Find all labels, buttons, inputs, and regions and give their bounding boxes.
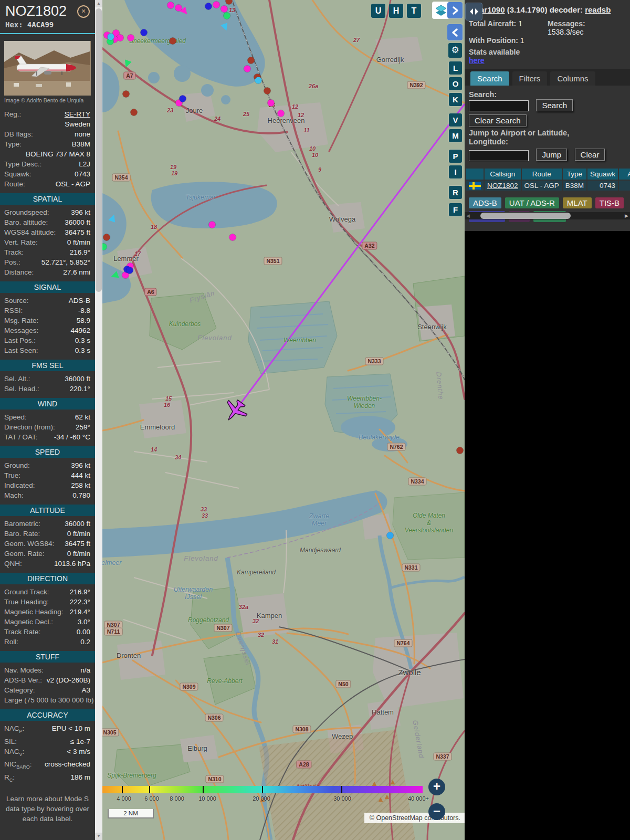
detail-row-value: 396 kt xyxy=(71,207,90,217)
scroll-left-icon[interactable]: ◀ xyxy=(466,212,470,219)
map-button-r[interactable]: R xyxy=(449,186,462,199)
search-input[interactable] xyxy=(469,100,529,111)
aircraft-marker[interactable] xyxy=(221,6,228,13)
aircraft-marker[interactable] xyxy=(457,447,464,454)
close-icon[interactable]: × xyxy=(77,5,90,18)
aircraft-marker[interactable] xyxy=(117,35,124,41)
row-alt: 36000 xyxy=(619,181,630,191)
aircraft-marker[interactable] xyxy=(268,100,275,107)
detail-row-value: ≤ 1e-7 xyxy=(70,737,90,747)
map-button-k[interactable]: K xyxy=(449,93,462,106)
panel-scrollbar-thumb[interactable] xyxy=(480,213,571,219)
detail-row-label: Magnetic Decl.: xyxy=(4,617,53,627)
badge-ads-b[interactable]: ADS-B xyxy=(469,197,501,208)
alt-column-header[interactable]: Alt. (ft) xyxy=(619,169,630,180)
aircraft-marker[interactable] xyxy=(244,66,251,72)
detail-row-label: Indicated: xyxy=(4,480,35,490)
squawk-column-header[interactable]: Squawk xyxy=(587,169,618,180)
aircraft-marker[interactable] xyxy=(209,222,216,228)
road-exit-number: 19 xyxy=(170,164,176,170)
aircraft-marker[interactable] xyxy=(127,267,133,274)
registration-link[interactable]: SE-RTY xyxy=(65,109,90,119)
road-shield: N392 xyxy=(407,81,425,89)
aircraft-marker[interactable] xyxy=(248,57,255,64)
aircraft-marker[interactable] xyxy=(387,532,394,539)
info-row: Type:B38M xyxy=(0,139,95,149)
jump-button[interactable]: Jump xyxy=(536,149,567,161)
aircraft-marker[interactable] xyxy=(123,91,130,98)
info-row: Route:OSL - AGP xyxy=(0,179,95,189)
map-button-h[interactable]: H xyxy=(389,4,403,18)
aircraft-marker[interactable] xyxy=(213,2,220,8)
scroll-down-icon[interactable]: ▼ xyxy=(95,833,102,840)
table-row[interactable]: NOZ1802 OSL - AGP B38M 0743 36000 xyxy=(466,181,630,191)
badge-uat-ads-r[interactable]: UAT / ADS-R xyxy=(505,197,559,208)
sidebar-scrollbar[interactable]: ▲ ▼ xyxy=(95,0,102,840)
photo-credit: Image © Adolfo Bento de Urquía xyxy=(0,97,95,104)
map-button-o[interactable]: O xyxy=(449,77,462,90)
aircraft-marker[interactable] xyxy=(131,109,138,116)
map[interactable]: GorredijkJoureHeerenveenWolvegaSteenwijk… xyxy=(102,0,465,840)
aircraft-photo[interactable] xyxy=(4,41,91,96)
scroll-right-icon[interactable]: ▶ xyxy=(625,212,628,219)
aircraft-marker[interactable] xyxy=(224,13,230,19)
detail-row: Sel. Head.:220.1° xyxy=(0,384,95,394)
jump-input[interactable] xyxy=(469,150,529,161)
scroll-up-icon[interactable]: ▲ xyxy=(95,0,102,7)
aircraft-marker[interactable] xyxy=(278,110,285,117)
detail-row-label: SIL: xyxy=(4,737,17,747)
map-button-t[interactable]: T xyxy=(407,4,421,18)
clear-search-button[interactable]: Clear Search xyxy=(469,114,527,127)
aircraft-marker[interactable] xyxy=(141,29,148,36)
stats-here-link[interactable]: here xyxy=(469,56,485,65)
detail-row-label: RC: xyxy=(4,772,15,785)
jump-clear-button[interactable]: Clear xyxy=(575,149,605,161)
aircraft-marker[interactable] xyxy=(229,234,236,241)
map-button-f[interactable]: F xyxy=(449,203,462,216)
chevron-left-button[interactable] xyxy=(447,24,463,40)
flag-column-header[interactable] xyxy=(466,169,484,180)
aircraft-marker[interactable] xyxy=(205,3,212,10)
decoder-link[interactable]: readsb xyxy=(585,5,611,14)
panel-horizontal-scrollbar[interactable]: ◀ ▶ xyxy=(465,212,630,219)
badge-mlat[interactable]: MLAT xyxy=(563,197,592,208)
messages-label: Messages: xyxy=(548,19,585,28)
callsign-column-header[interactable]: Callsign xyxy=(485,169,521,180)
type-column-header[interactable]: Type xyxy=(563,169,586,180)
detail-row-label: Last Seen: xyxy=(4,345,38,355)
aircraft-marker[interactable] xyxy=(180,96,186,102)
sidebar-scrollbar-thumb[interactable] xyxy=(96,8,102,292)
aircraft-marker[interactable] xyxy=(255,77,262,84)
map-button-v[interactable]: V xyxy=(449,113,462,127)
legend-tick xyxy=(341,786,342,793)
map-button-m[interactable]: M xyxy=(449,129,462,142)
detail-row-label: True: xyxy=(4,470,20,480)
search-button[interactable]: Search xyxy=(536,99,573,111)
settings-button[interactable]: ⚙ xyxy=(448,43,462,58)
map-button-u[interactable]: U xyxy=(371,4,385,18)
aircraft-marker[interactable] xyxy=(264,88,271,94)
badge-tis-b[interactable]: TIS-B xyxy=(595,197,624,208)
detail-row-value: n/a xyxy=(80,665,90,675)
aircraft-marker[interactable] xyxy=(170,38,176,45)
map-button-i[interactable]: I xyxy=(449,165,462,178)
aircraft-marker[interactable] xyxy=(103,234,110,241)
route-column-header[interactable]: Route xyxy=(522,169,562,180)
road-shield: A7 xyxy=(123,72,135,80)
row-callsign[interactable]: NOZ1802 xyxy=(485,181,521,191)
chevron-right-button[interactable] xyxy=(447,2,463,18)
panel-collapse-button[interactable] xyxy=(465,3,482,20)
tab-filters[interactable]: Filters xyxy=(512,71,548,86)
tab-columns[interactable]: Columns xyxy=(550,71,595,86)
map-button-p[interactable]: P xyxy=(449,150,462,163)
tab-search[interactable]: Search xyxy=(470,71,509,86)
zoom-in-button[interactable]: + xyxy=(428,779,445,795)
aircraft-marker[interactable] xyxy=(108,34,114,40)
aircraft-marker[interactable] xyxy=(128,35,134,41)
road-shield: N334 xyxy=(408,478,426,486)
map-button-l[interactable]: L xyxy=(449,61,462,75)
aircraft-marker[interactable] xyxy=(167,2,174,9)
row-squawk: 0743 xyxy=(587,181,618,191)
zoom-out-button[interactable]: − xyxy=(428,803,445,820)
road-shield: N764 xyxy=(394,639,412,647)
